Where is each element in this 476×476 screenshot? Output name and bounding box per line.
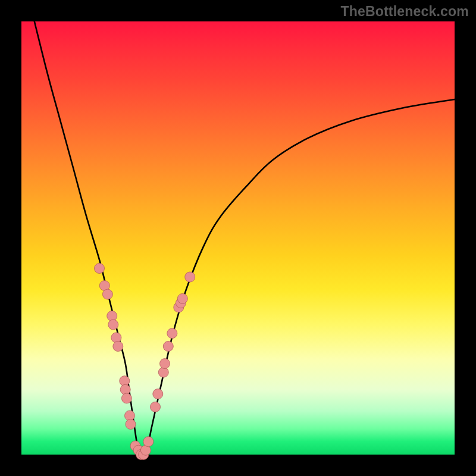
attribution-watermark: TheBottleneck.com — [340, 4, 469, 20]
highlight-dot — [108, 320, 118, 330]
highlight-dot — [153, 389, 163, 399]
highlight-dot — [163, 342, 173, 352]
highlight-dot — [151, 402, 161, 412]
chart-frame: TheBottleneck.com — [0, 0, 476, 476]
highlight-dots-group — [95, 264, 195, 460]
highlight-dot — [126, 419, 136, 430]
highlight-dot — [95, 264, 105, 274]
highlight-dot — [107, 311, 117, 321]
highlight-dot — [177, 293, 187, 303]
highlight-dot — [121, 393, 131, 403]
highlight-dot — [158, 367, 168, 377]
highlight-dot — [102, 289, 112, 299]
highlight-dot — [111, 333, 121, 343]
highlight-dot — [167, 328, 177, 339]
chart-plot-area — [21, 21, 455, 455]
bottleneck-curve-path — [35, 21, 455, 455]
highlight-dot — [160, 359, 170, 369]
highlight-dot — [113, 342, 123, 352]
highlight-dot — [143, 437, 154, 447]
highlight-dot — [120, 384, 130, 394]
highlight-dot — [185, 272, 195, 282]
chart-svg — [21, 21, 455, 455]
